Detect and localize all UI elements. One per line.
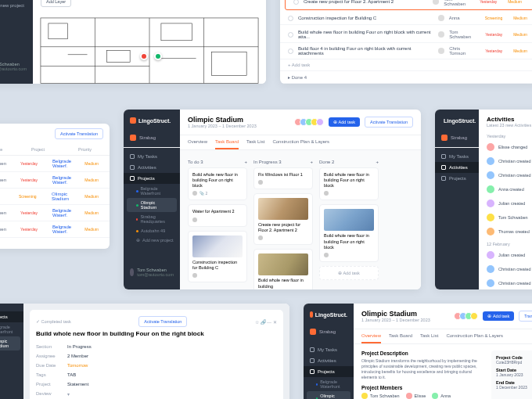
- company-selector[interactable]: Strabag: [124, 131, 180, 144]
- add-task-row[interactable]: + Add task: [280, 59, 532, 71]
- nav-my-tasks[interactable]: My Tasks: [304, 344, 354, 355]
- activity-item[interactable]: Christian created: [479, 154, 532, 168]
- table-row[interactable]: SchwabenYesterdayBelgrade Waterf.Medium: [0, 172, 110, 189]
- nav-projects[interactable]: Projects: [124, 173, 180, 184]
- detail-assignee[interactable]: Assignee2 Member: [36, 351, 277, 361]
- checkbox-icon[interactable]: [288, 16, 293, 21]
- detail-due[interactable]: Due DateTomorrow: [36, 361, 277, 370]
- kanban-card[interactable]: Build whole new floor in building: [253, 249, 313, 289]
- sidebar-item-belgrade[interactable]: Belgrade Waterfront: [0, 322, 23, 336]
- checkbox-icon[interactable]: [288, 32, 293, 38]
- plus-icon[interactable]: +: [244, 160, 247, 164]
- sidebar-item-hq[interactable]: Strabag Headquartes: [124, 212, 180, 226]
- avatar: [324, 253, 329, 257]
- tab-plan[interactable]: Construction Plan & Layers: [446, 329, 503, 343]
- sidebar-item-olimpic[interactable]: Olimpic Stadium: [307, 391, 350, 399]
- add-task-button[interactable]: ⊕Add task: [329, 117, 360, 127]
- nav-projects[interactable]: Projects: [0, 311, 23, 322]
- checkbox-icon[interactable]: [288, 49, 293, 54]
- activity-item[interactable]: Julian created: [479, 196, 532, 210]
- nav-add-project[interactable]: ⊕Add new project: [124, 235, 180, 245]
- table-row[interactable]: SchwabenYesterdayBelgrade Waterf.Medium: [0, 221, 110, 238]
- nav-projects[interactable]: Projects: [435, 173, 479, 184]
- kanban-card[interactable]: Build whole new floor in building Four o…: [188, 167, 247, 200]
- sidebar-item-belgrade[interactable]: Belgrade Waterfront: [124, 184, 180, 198]
- sidebar-item-belgrade[interactable]: Belgrade Waterfront: [304, 377, 354, 391]
- member[interactable]: Tom Schwaben: [361, 393, 400, 399]
- pin-green[interactable]: [154, 52, 162, 60]
- nav-my-tasks[interactable]: My Tasks: [435, 151, 479, 162]
- nav-activities[interactable]: Activities: [304, 355, 354, 366]
- members-heading: Project Members: [361, 385, 483, 390]
- kanban-card[interactable]: Build whole new floor in building Four o…: [319, 167, 379, 200]
- col-done: Done 2+ Build whole new floor in buildin…: [319, 158, 379, 282]
- activity-item[interactable]: Elisse changed: [479, 140, 532, 154]
- sidebar-item-olimpic[interactable]: Olimpic Stadium: [0, 336, 20, 350]
- task-row[interactable]: Build floor 4 in building Four on right …: [280, 43, 532, 59]
- detail-tags[interactable]: TagsTAB: [36, 370, 277, 379]
- table-row[interactable]: SchwabenYesterdayBelgrade Waterf.Medium: [0, 205, 110, 221]
- detail-desc[interactable]: Deview▾: [36, 389, 277, 399]
- nav-projects[interactable]: Projects: [304, 366, 354, 377]
- company-selector[interactable]: Strabag: [304, 325, 354, 338]
- user-footer[interactable]: Tom Schwabentom@autourto.com: [124, 263, 180, 282]
- table-row[interactable]: ScreeningOlimpic StadiumMedium: [0, 189, 110, 205]
- kanban-card[interactable]: Construction inspection for Building C: [188, 231, 247, 282]
- member-avatars[interactable]: [297, 118, 324, 126]
- window-activities: LingoStruct. Strabag My Tasks Activities…: [435, 110, 532, 289]
- activate-translation-button[interactable]: Activate Translation: [365, 117, 413, 128]
- activate-translation-button[interactable]: Activate Translation: [55, 128, 103, 139]
- plus-icon[interactable]: +: [310, 160, 313, 164]
- sidebar-item-autobahn[interactable]: Autobahn 49: [124, 226, 180, 235]
- avatar: [438, 15, 444, 21]
- checkbox-icon[interactable]: [293, 0, 299, 5]
- task-row[interactable]: Build whole new floor in building Four o…: [280, 27, 532, 43]
- nav-activities[interactable]: Activities: [124, 162, 180, 173]
- kanban-card[interactable]: Fix Windows ist Floor 1: [253, 167, 313, 189]
- activity-item[interactable]: Christian created: [479, 262, 532, 276]
- kanban-card[interactable]: Water for Apartment 2: [188, 204, 247, 226]
- add-task-card[interactable]: ⊕ Add task: [319, 266, 379, 280]
- nav-add-project[interactable]: Add new project: [0, 0, 33, 11]
- kanban-card[interactable]: Create new project for Floor 2. Apartmen…: [253, 193, 313, 245]
- col-header: Done 2+: [319, 158, 379, 167]
- activity-item[interactable]: Anna created: [479, 182, 532, 196]
- nav-my-tasks[interactable]: My Tasks: [124, 151, 180, 162]
- toolbar-icons[interactable]: ☆ 🔗 ⋯ ✕: [255, 319, 277, 325]
- done-group[interactable]: ▸ Done 4: [280, 71, 532, 84]
- add-layer-button[interactable]: Add Layer: [41, 0, 71, 7]
- tab-plan[interactable]: Construction Plan & Layers: [272, 135, 329, 149]
- add-task-button[interactable]: ⊕Add task: [483, 311, 514, 321]
- user-footer[interactable]: Tom Schwabentom@autourto.com: [0, 57, 33, 76]
- activity-item[interactable]: Tom Schwaben: [479, 210, 532, 225]
- company-selector[interactable]: Strabag: [435, 131, 479, 144]
- activity-item[interactable]: Thomas created: [479, 225, 532, 239]
- member-avatars[interactable]: [456, 312, 478, 320]
- member[interactable]: Anna: [432, 393, 451, 399]
- task-row-highlighted[interactable]: Create new project for Floor 2. Apartmen…: [285, 0, 532, 10]
- tab-task-board[interactable]: Task Board: [215, 135, 239, 149]
- detail-project[interactable]: ProjectStatement: [36, 379, 277, 389]
- tab-task-list[interactable]: Task List: [420, 329, 438, 343]
- floorplan-canvas[interactable]: [33, 10, 266, 84]
- translate-button[interactable]: Translate: [519, 311, 532, 322]
- tab-overview[interactable]: Overview: [361, 329, 381, 343]
- activity-item[interactable]: Christian created: [479, 276, 532, 289]
- tasks-icon: [310, 347, 315, 352]
- pin-red[interactable]: [140, 52, 148, 60]
- table-row[interactable]: SchwabenYesterdayBelgrade Waterf.Medium: [0, 156, 110, 172]
- task-row[interactable]: Construction inspection for Building CAn…: [280, 12, 532, 25]
- activity-item[interactable]: Julian created: [479, 248, 532, 262]
- tasks-icon: [130, 154, 135, 159]
- member[interactable]: Elisse: [406, 393, 426, 399]
- nav-activities[interactable]: Activities: [435, 162, 479, 173]
- tab-overview[interactable]: Overview: [188, 135, 207, 149]
- avatar: [316, 118, 324, 126]
- tab-task-board[interactable]: Task Board: [389, 329, 412, 343]
- tab-task-list[interactable]: Task List: [246, 135, 264, 149]
- kanban-card[interactable]: Build whole new floor in building Four o…: [319, 204, 379, 261]
- activity-item[interactable]: Christian created: [479, 168, 532, 182]
- activate-translation-button[interactable]: Activate Translation: [138, 316, 187, 327]
- plus-icon[interactable]: +: [376, 160, 379, 164]
- sidebar-item-olimpic[interactable]: Olimpic Stadium: [127, 198, 177, 212]
